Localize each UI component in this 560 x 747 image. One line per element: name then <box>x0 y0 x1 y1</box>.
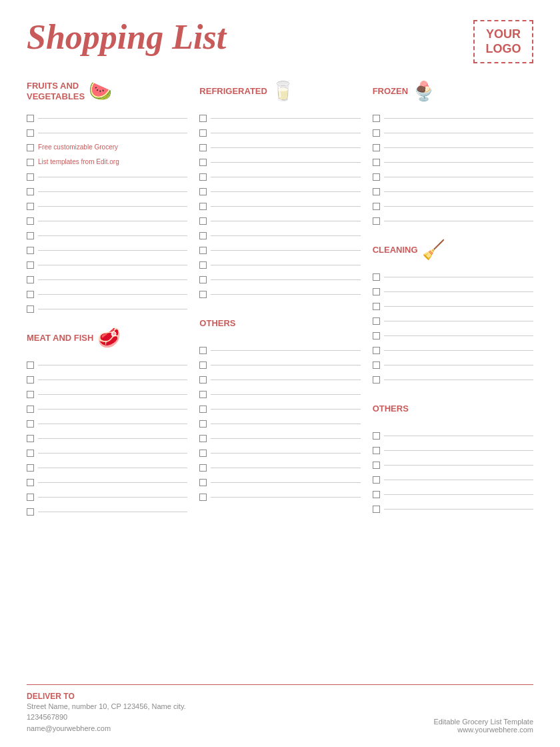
list-item[interactable] <box>373 126 533 139</box>
checkbox[interactable] <box>199 203 207 210</box>
list-item[interactable] <box>199 155 360 169</box>
list-item[interactable] <box>373 199 533 213</box>
list-item[interactable] <box>27 388 187 401</box>
list-item[interactable] <box>199 446 360 460</box>
list-item[interactable] <box>373 429 533 442</box>
checkbox[interactable] <box>373 173 380 181</box>
checkbox[interactable] <box>373 462 380 469</box>
list-item[interactable] <box>373 141 533 154</box>
checkbox[interactable] <box>199 159 207 166</box>
checkbox[interactable] <box>199 188 207 195</box>
list-item[interactable] <box>373 358 533 371</box>
checkbox[interactable] <box>27 494 34 501</box>
checkbox[interactable] <box>373 376 380 384</box>
checkbox[interactable] <box>373 144 380 151</box>
checkbox[interactable] <box>199 115 207 122</box>
checkbox[interactable] <box>27 291 34 298</box>
checkbox[interactable] <box>199 494 207 501</box>
list-item[interactable] <box>27 461 187 474</box>
list-item[interactable] <box>199 243 360 257</box>
checkbox[interactable] <box>199 361 207 369</box>
checkbox[interactable] <box>199 291 207 298</box>
checkbox[interactable] <box>27 391 34 398</box>
checkbox[interactable] <box>199 261 207 269</box>
list-item[interactable] <box>199 417 360 430</box>
list-item[interactable] <box>373 488 533 501</box>
checkbox[interactable] <box>373 115 380 122</box>
checkbox[interactable] <box>373 288 380 295</box>
checkbox[interactable] <box>27 115 34 122</box>
list-item[interactable] <box>27 358 187 371</box>
checkbox[interactable] <box>27 188 34 195</box>
list-item[interactable] <box>27 214 187 227</box>
list-item[interactable] <box>27 446 187 460</box>
checkbox[interactable] <box>199 217 207 225</box>
checkbox[interactable] <box>27 144 34 151</box>
checkbox[interactable] <box>373 203 380 210</box>
list-item[interactable] <box>27 185 187 198</box>
list-item[interactable] <box>199 141 360 154</box>
list-item[interactable] <box>27 505 187 518</box>
checkbox[interactable] <box>27 247 34 254</box>
list-item[interactable] <box>27 417 187 430</box>
list-item[interactable] <box>199 461 360 474</box>
checkbox[interactable] <box>199 173 207 181</box>
checkbox[interactable] <box>373 506 380 513</box>
list-item[interactable]: Free customizable Grocery <box>27 141 187 154</box>
list-item[interactable] <box>373 458 533 472</box>
checkbox[interactable] <box>27 361 34 369</box>
list-item[interactable] <box>27 126 187 139</box>
checkbox[interactable] <box>27 203 34 210</box>
checkbox[interactable] <box>27 217 34 225</box>
list-item[interactable] <box>199 214 360 227</box>
list-item[interactable] <box>27 111 187 125</box>
checkbox[interactable] <box>27 420 34 428</box>
list-item[interactable] <box>27 373 187 386</box>
checkbox[interactable] <box>27 479 34 486</box>
list-item[interactable] <box>199 343 360 357</box>
list-item[interactable] <box>27 229 187 242</box>
list-item[interactable] <box>373 185 533 198</box>
checkbox[interactable] <box>373 361 380 369</box>
checkbox[interactable] <box>373 432 380 440</box>
list-item[interactable] <box>373 343 533 357</box>
checkbox[interactable] <box>373 303 380 310</box>
checkbox[interactable] <box>373 491 380 498</box>
checkbox[interactable] <box>199 347 207 354</box>
checkbox[interactable] <box>373 347 380 354</box>
list-item[interactable] <box>27 258 187 271</box>
list-item[interactable] <box>373 473 533 486</box>
checkbox[interactable] <box>199 391 207 398</box>
list-item[interactable] <box>199 273 360 286</box>
checkbox[interactable] <box>27 129 34 137</box>
list-item[interactable] <box>27 243 187 257</box>
list-item[interactable] <box>373 373 533 386</box>
checkbox[interactable] <box>27 305 34 313</box>
list-item[interactable] <box>199 170 360 183</box>
checkbox[interactable] <box>199 376 207 384</box>
list-item[interactable] <box>373 502 533 516</box>
list-item[interactable] <box>373 329 533 342</box>
checkbox[interactable] <box>27 406 34 413</box>
checkbox[interactable] <box>373 476 380 484</box>
checkbox[interactable] <box>373 159 380 166</box>
list-item[interactable] <box>199 258 360 271</box>
checkbox[interactable] <box>27 508 34 516</box>
checkbox[interactable] <box>373 217 380 225</box>
checkbox[interactable] <box>27 261 34 269</box>
checkbox[interactable] <box>27 450 34 457</box>
list-item[interactable]: List templates from Edit.org <box>27 155 187 169</box>
checkbox[interactable] <box>27 276 34 283</box>
checkbox[interactable] <box>373 332 380 339</box>
list-item[interactable] <box>199 432 360 445</box>
checkbox[interactable] <box>27 232 34 239</box>
checkbox[interactable] <box>199 435 207 442</box>
checkbox[interactable] <box>373 317 380 325</box>
list-item[interactable] <box>373 299 533 313</box>
list-item[interactable] <box>199 199 360 213</box>
list-item[interactable] <box>27 287 187 301</box>
checkbox[interactable] <box>199 406 207 413</box>
list-item[interactable] <box>199 126 360 139</box>
list-item[interactable] <box>373 214 533 227</box>
checkbox[interactable] <box>199 144 207 151</box>
